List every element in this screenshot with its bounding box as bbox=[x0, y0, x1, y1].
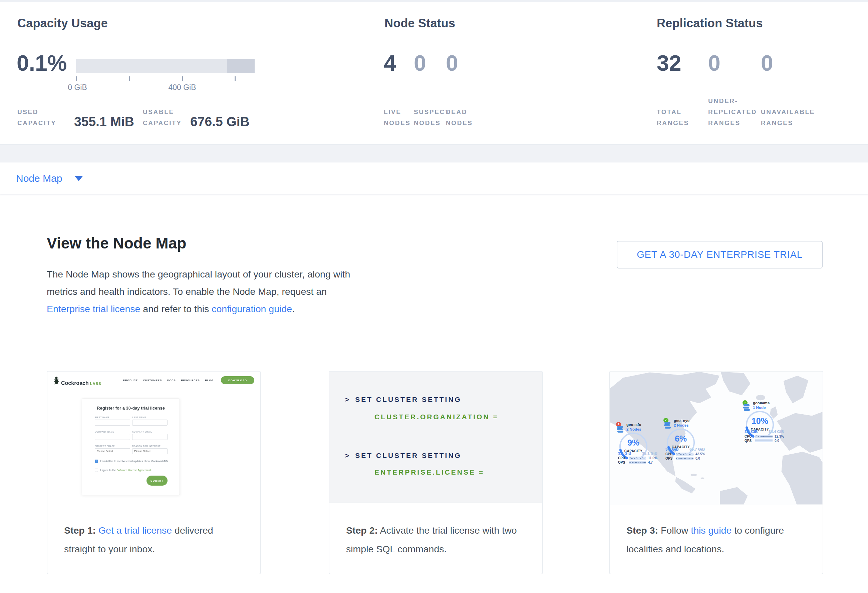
used-capacity-value: 355.1 MiB bbox=[74, 115, 134, 129]
trial-site-screenshot: Cockroach LABS PRODUCT CUSTOMERS DOCS RE… bbox=[47, 372, 260, 503]
capacity-tick-label-400: 400 GiB bbox=[168, 83, 196, 92]
download-button: DOWNLOAD bbox=[221, 376, 254, 384]
step2-label: Step 2: bbox=[346, 525, 378, 536]
checkbox-unchecked-icon bbox=[95, 469, 98, 472]
cpu-metric-row: CPU 42.5% bbox=[666, 452, 705, 456]
capacity-tick bbox=[76, 77, 77, 81]
cockroach-bug-icon bbox=[53, 376, 59, 385]
trial-site-header: Cockroach LABS PRODUCT CUSTOMERS DOCS RE… bbox=[47, 374, 260, 389]
enterprise-trial-license-link[interactable]: Enterprise trial license bbox=[47, 303, 140, 314]
nav-item-customers: CUSTOMERS bbox=[143, 379, 162, 382]
capacity-values: 3.6 GiB34.4 GiB bbox=[743, 430, 785, 434]
project-phase-select: PROJECT PHASEPlease Select bbox=[95, 445, 130, 454]
software-license-agreement-link: Software License Agreement. bbox=[117, 469, 152, 472]
chevron-down-icon bbox=[75, 176, 83, 181]
capacity-percent: 9% bbox=[616, 438, 651, 447]
capacity-percent: 0.1% bbox=[17, 51, 67, 75]
checkbox-checked-icon: ✓ bbox=[95, 460, 98, 463]
qps-sparkline bbox=[629, 461, 646, 464]
capacity-bar bbox=[76, 59, 255, 73]
license-agreement-label: I agree to the Software License Agreemen… bbox=[100, 468, 152, 472]
used-capacity-label: USEDCAPACITY bbox=[17, 106, 56, 128]
description-text: . bbox=[292, 303, 295, 314]
submit-button: SUBMIT bbox=[146, 475, 168, 486]
capacity-values: 3.2 GiB35.1 GiB bbox=[616, 451, 658, 455]
capacity-tick bbox=[235, 77, 236, 81]
locality-ams: ✓ geo=ams 1 Node 10% CAPACITY 3.6 GiB34.… bbox=[743, 400, 787, 445]
suspect-nodes-count: 0 bbox=[414, 51, 426, 75]
node-map-description: The Node Map shows the geographical layo… bbox=[47, 265, 364, 318]
trial-site-nav: PRODUCT CUSTOMERS DOCS RESOURCES BLOG bbox=[123, 379, 214, 382]
brand-name: Cockroach bbox=[61, 380, 89, 386]
locality-sfo: 1 geo=sfo 2 Nodes 9% CAPACITY 3.2 GiB35.… bbox=[616, 422, 660, 466]
capacity-percent: 10% bbox=[743, 416, 777, 426]
step2-caption: Step 2: Activate the trial license with … bbox=[329, 521, 542, 558]
live-nodes-label: LIVENODES bbox=[384, 106, 411, 128]
get-enterprise-trial-button[interactable]: GET A 30-DAY ENTERPRISE TRIAL bbox=[617, 241, 822, 268]
this-guide-link[interactable]: this guide bbox=[691, 525, 732, 536]
dead-nodes-count: 0 bbox=[446, 51, 458, 75]
step1-card: Cockroach LABS PRODUCT CUSTOMERS DOCS RE… bbox=[47, 371, 261, 574]
node-map-preview: 1 geo=sfo 2 Nodes 9% CAPACITY 3.2 GiB35.… bbox=[610, 372, 822, 505]
locality-nyc: ✓ geo=nyc 2 Nodes 6% CAPACITY 3.7 GiB65.… bbox=[663, 418, 707, 463]
step1-label: Step 1: bbox=[64, 525, 96, 536]
sql-code-snippet: >SET CLUSTER SETTING CLUSTER.ORGANIZATIO… bbox=[329, 372, 542, 503]
nav-item-blog: BLOG bbox=[205, 379, 214, 382]
locality-name: geo=ams bbox=[753, 401, 769, 405]
first-name-field: FIRST NAME bbox=[95, 416, 130, 425]
node-map-dropdown[interactable]: Node Map bbox=[16, 162, 83, 194]
view-selector-bar: Node Map bbox=[0, 162, 868, 194]
configuration-guide-link[interactable]: configuration guide bbox=[211, 303, 292, 314]
under-replicated-ranges-label: UNDER-REPLICATEDRANGES bbox=[708, 96, 757, 128]
sql-command-1: >SET CLUSTER SETTING bbox=[345, 396, 462, 403]
usable-capacity-value: 676.5 GiB bbox=[190, 115, 249, 129]
last-name-field: LAST NAME bbox=[132, 416, 168, 425]
company-name-field: COMPANY NAME bbox=[95, 431, 130, 440]
nav-item-product: PRODUCT bbox=[123, 379, 138, 382]
cpu-sparkline bbox=[629, 456, 646, 460]
unavailable-ranges-count: 0 bbox=[761, 51, 773, 75]
node-status-title: Node Status bbox=[384, 16, 455, 30]
reason-for-interest-select: REASON FOR INTERESTPlease Select bbox=[132, 445, 168, 454]
license-agreement-checkbox-row: I agree to the Software License Agreemen… bbox=[95, 468, 171, 472]
nav-item-resources: RESOURCES bbox=[181, 379, 199, 382]
sql-arg-2: ENTERPRISE.LICENSE = bbox=[375, 468, 484, 476]
capacity-bar-reserved-segment bbox=[227, 59, 255, 73]
qps-sparkline bbox=[755, 439, 772, 442]
qps-sparkline bbox=[676, 457, 694, 460]
live-nodes-count: 4 bbox=[384, 51, 396, 75]
section-divider bbox=[47, 349, 822, 349]
step3-card: 1 geo=sfo 2 Nodes 9% CAPACITY 3.2 GiB35.… bbox=[609, 371, 823, 574]
summary-content-gap bbox=[0, 144, 868, 162]
get-trial-license-link[interactable]: Get a trial license bbox=[99, 525, 172, 536]
cpu-sparkline bbox=[676, 453, 694, 456]
qps-metric-row: QPS 0.0 bbox=[744, 439, 779, 443]
step1-caption: Step 1: Get a trial license delivered st… bbox=[47, 521, 260, 558]
suspect-nodes-label: SUSPECTNODES bbox=[414, 106, 450, 128]
capacity-percent: 6% bbox=[663, 434, 698, 444]
nav-item-docs: DOCS bbox=[167, 379, 176, 382]
description-text: The Node Map shows the geographical layo… bbox=[47, 269, 350, 297]
node-map-dropdown-label: Node Map bbox=[16, 173, 62, 184]
total-ranges-count: 32 bbox=[657, 51, 681, 75]
brand-suffix: LABS bbox=[90, 381, 102, 386]
locality-name: geo=nyc bbox=[674, 419, 689, 422]
capacity-usage-title: Capacity Usage bbox=[17, 16, 108, 30]
capacity-values: 3.7 GiB65.7 GiB bbox=[663, 447, 706, 451]
cpu-metric-row: CPU 11.0% bbox=[618, 456, 657, 460]
company-email-field: COMPANY EMAIL bbox=[132, 431, 168, 440]
sql-command-2: >SET CLUSTER SETTING bbox=[345, 452, 462, 460]
step3-caption: Step 3: Follow this guide to configure l… bbox=[610, 521, 822, 558]
unavailable-ranges-label: UNAVAILABLERANGES bbox=[761, 106, 815, 128]
email-updates-label: I would like to receive email updates ab… bbox=[100, 459, 168, 463]
total-ranges-label: TOTALRANGES bbox=[657, 106, 689, 128]
capacity-tick bbox=[182, 77, 183, 81]
email-updates-checkbox-row: ✓ I would like to receive email updates … bbox=[95, 459, 171, 463]
cpu-sparkline bbox=[755, 435, 772, 438]
cockroach-labs-logo: Cockroach LABS bbox=[53, 376, 102, 386]
trial-register-form: Register for a 30-day trial license FIRS… bbox=[82, 399, 180, 495]
cluster-summary-bar: Capacity Usage 0.1% 0 GiB 400 GiB USEDCA… bbox=[0, 1, 868, 144]
description-text: and refer to this bbox=[140, 303, 211, 314]
dead-nodes-label: DEADNODES bbox=[446, 106, 473, 128]
cpu-metric-row: CPU 12.3% bbox=[744, 434, 784, 438]
